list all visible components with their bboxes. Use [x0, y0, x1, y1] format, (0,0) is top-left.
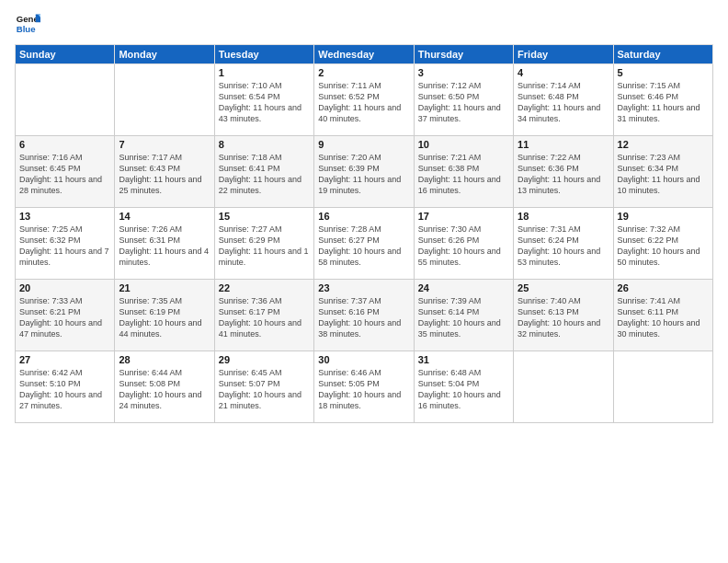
day-number: 20	[19, 282, 110, 293]
day-cell	[514, 351, 613, 423]
day-info: Sunrise: 6:44 AM Sunset: 5:08 PM Dayligh…	[119, 367, 210, 412]
day-info: Sunrise: 7:31 AM Sunset: 6:24 PM Dayligh…	[518, 224, 609, 269]
day-info: Sunrise: 7:40 AM Sunset: 6:13 PM Dayligh…	[518, 295, 609, 340]
week-row-2: 6Sunrise: 7:16 AM Sunset: 6:45 PM Daylig…	[16, 136, 713, 208]
day-cell: 16Sunrise: 7:28 AM Sunset: 6:27 PM Dayli…	[314, 208, 414, 280]
week-row-1: 1Sunrise: 7:10 AM Sunset: 6:54 PM Daylig…	[16, 64, 713, 136]
day-number: 8	[219, 139, 310, 150]
day-info: Sunrise: 7:10 AM Sunset: 6:54 PM Dayligh…	[219, 80, 310, 125]
day-info: Sunrise: 7:30 AM Sunset: 6:26 PM Dayligh…	[418, 224, 509, 269]
day-cell: 2Sunrise: 7:11 AM Sunset: 6:52 PM Daylig…	[314, 64, 414, 136]
day-cell: 15Sunrise: 7:27 AM Sunset: 6:29 PM Dayli…	[214, 208, 313, 280]
day-cell: 18Sunrise: 7:31 AM Sunset: 6:24 PM Dayli…	[514, 208, 613, 280]
day-cell: 8Sunrise: 7:18 AM Sunset: 6:41 PM Daylig…	[214, 136, 313, 208]
day-number: 5	[618, 67, 709, 78]
day-info: Sunrise: 6:46 AM Sunset: 5:05 PM Dayligh…	[318, 367, 409, 412]
day-cell: 21Sunrise: 7:35 AM Sunset: 6:19 PM Dayli…	[115, 280, 214, 351]
day-number: 30	[318, 354, 409, 365]
day-cell: 28Sunrise: 6:44 AM Sunset: 5:08 PM Dayli…	[115, 351, 214, 423]
day-info: Sunrise: 7:11 AM Sunset: 6:52 PM Dayligh…	[318, 80, 409, 125]
day-number: 16	[318, 211, 409, 222]
header: General Blue	[15, 11, 713, 37]
day-info: Sunrise: 7:22 AM Sunset: 6:36 PM Dayligh…	[518, 152, 609, 197]
day-info: Sunrise: 7:35 AM Sunset: 6:19 PM Dayligh…	[119, 295, 210, 340]
weekday-header-row: SundayMondayTuesdayWednesdayThursdayFrid…	[16, 45, 713, 64]
day-number: 13	[19, 211, 110, 222]
day-cell: 9Sunrise: 7:20 AM Sunset: 6:39 PM Daylig…	[314, 136, 414, 208]
day-info: Sunrise: 6:48 AM Sunset: 5:04 PM Dayligh…	[418, 367, 509, 412]
day-cell: 31Sunrise: 6:48 AM Sunset: 5:04 PM Dayli…	[414, 351, 513, 423]
day-info: Sunrise: 7:15 AM Sunset: 6:46 PM Dayligh…	[618, 80, 709, 125]
day-cell: 23Sunrise: 7:37 AM Sunset: 6:16 PM Dayli…	[314, 280, 414, 351]
day-number: 1	[219, 67, 310, 78]
day-info: Sunrise: 6:45 AM Sunset: 5:07 PM Dayligh…	[219, 367, 310, 412]
day-info: Sunrise: 7:16 AM Sunset: 6:45 PM Dayligh…	[19, 152, 110, 197]
weekday-header-saturday: Saturday	[613, 45, 712, 64]
day-cell: 24Sunrise: 7:39 AM Sunset: 6:14 PM Dayli…	[414, 280, 513, 351]
logo: General Blue	[15, 11, 40, 37]
day-number: 31	[418, 354, 509, 365]
day-number: 21	[119, 282, 210, 293]
day-cell: 13Sunrise: 7:25 AM Sunset: 6:32 PM Dayli…	[16, 208, 115, 280]
day-cell: 25Sunrise: 7:40 AM Sunset: 6:13 PM Dayli…	[514, 280, 613, 351]
day-number: 29	[219, 354, 310, 365]
day-info: Sunrise: 7:32 AM Sunset: 6:22 PM Dayligh…	[618, 224, 709, 269]
day-cell: 27Sunrise: 6:42 AM Sunset: 5:10 PM Dayli…	[16, 351, 115, 423]
day-cell: 3Sunrise: 7:12 AM Sunset: 6:50 PM Daylig…	[414, 64, 513, 136]
day-info: Sunrise: 7:26 AM Sunset: 6:31 PM Dayligh…	[119, 224, 210, 269]
day-cell	[115, 64, 214, 136]
day-number: 9	[318, 139, 409, 150]
day-cell: 22Sunrise: 7:36 AM Sunset: 6:17 PM Dayli…	[214, 280, 313, 351]
weekday-header-tuesday: Tuesday	[214, 45, 313, 64]
day-cell	[613, 351, 712, 423]
calendar-table: SundayMondayTuesdayWednesdayThursdayFrid…	[15, 44, 713, 423]
svg-text:Blue: Blue	[17, 24, 36, 34]
day-cell: 14Sunrise: 7:26 AM Sunset: 6:31 PM Dayli…	[115, 208, 214, 280]
day-info: Sunrise: 7:36 AM Sunset: 6:17 PM Dayligh…	[219, 295, 310, 340]
day-number: 3	[418, 67, 509, 78]
logo-icon: General Blue	[15, 11, 40, 37]
day-number: 12	[618, 139, 709, 150]
day-info: Sunrise: 6:42 AM Sunset: 5:10 PM Dayligh…	[19, 367, 110, 412]
day-info: Sunrise: 7:25 AM Sunset: 6:32 PM Dayligh…	[19, 224, 110, 269]
day-number: 11	[518, 139, 609, 150]
day-info: Sunrise: 7:18 AM Sunset: 6:41 PM Dayligh…	[219, 152, 310, 197]
day-cell: 20Sunrise: 7:33 AM Sunset: 6:21 PM Dayli…	[16, 280, 115, 351]
day-number: 23	[318, 282, 409, 293]
day-info: Sunrise: 7:12 AM Sunset: 6:50 PM Dayligh…	[418, 80, 509, 125]
day-number: 28	[119, 354, 210, 365]
day-number: 27	[19, 354, 110, 365]
day-cell: 6Sunrise: 7:16 AM Sunset: 6:45 PM Daylig…	[16, 136, 115, 208]
day-cell: 5Sunrise: 7:15 AM Sunset: 6:46 PM Daylig…	[613, 64, 712, 136]
weekday-header-thursday: Thursday	[414, 45, 513, 64]
day-info: Sunrise: 7:14 AM Sunset: 6:48 PM Dayligh…	[518, 80, 609, 125]
day-cell: 10Sunrise: 7:21 AM Sunset: 6:38 PM Dayli…	[414, 136, 513, 208]
day-cell: 7Sunrise: 7:17 AM Sunset: 6:43 PM Daylig…	[115, 136, 214, 208]
day-number: 4	[518, 67, 609, 78]
day-number: 17	[418, 211, 509, 222]
day-cell: 19Sunrise: 7:32 AM Sunset: 6:22 PM Dayli…	[613, 208, 712, 280]
day-info: Sunrise: 7:17 AM Sunset: 6:43 PM Dayligh…	[119, 152, 210, 197]
day-cell: 30Sunrise: 6:46 AM Sunset: 5:05 PM Dayli…	[314, 351, 414, 423]
week-row-3: 13Sunrise: 7:25 AM Sunset: 6:32 PM Dayli…	[16, 208, 713, 280]
day-number: 19	[618, 211, 709, 222]
weekday-header-sunday: Sunday	[16, 45, 115, 64]
day-cell: 26Sunrise: 7:41 AM Sunset: 6:11 PM Dayli…	[613, 280, 712, 351]
day-cell: 11Sunrise: 7:22 AM Sunset: 6:36 PM Dayli…	[514, 136, 613, 208]
day-number: 25	[518, 282, 609, 293]
weekday-header-monday: Monday	[115, 45, 214, 64]
day-cell: 17Sunrise: 7:30 AM Sunset: 6:26 PM Dayli…	[414, 208, 513, 280]
day-number: 24	[418, 282, 509, 293]
week-row-5: 27Sunrise: 6:42 AM Sunset: 5:10 PM Dayli…	[16, 351, 713, 423]
day-number: 6	[19, 139, 110, 150]
day-info: Sunrise: 7:23 AM Sunset: 6:34 PM Dayligh…	[618, 152, 709, 197]
week-row-4: 20Sunrise: 7:33 AM Sunset: 6:21 PM Dayli…	[16, 280, 713, 351]
day-cell: 1Sunrise: 7:10 AM Sunset: 6:54 PM Daylig…	[214, 64, 313, 136]
day-number: 10	[418, 139, 509, 150]
day-number: 18	[518, 211, 609, 222]
day-number: 26	[618, 282, 709, 293]
day-info: Sunrise: 7:27 AM Sunset: 6:29 PM Dayligh…	[219, 224, 310, 269]
day-number: 2	[318, 67, 409, 78]
day-info: Sunrise: 7:37 AM Sunset: 6:16 PM Dayligh…	[318, 295, 409, 340]
day-info: Sunrise: 7:33 AM Sunset: 6:21 PM Dayligh…	[19, 295, 110, 340]
